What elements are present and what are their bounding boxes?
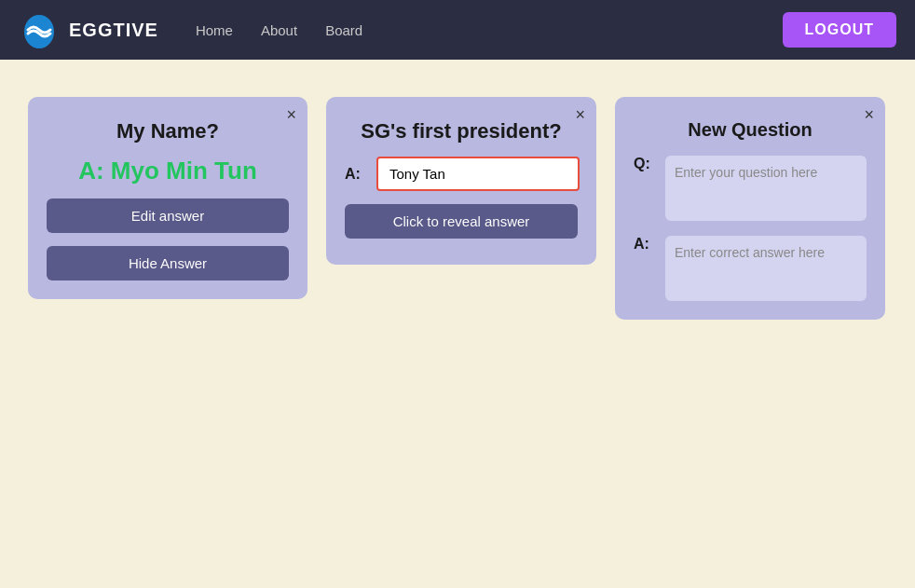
card-new-question: × New Question Q: A: (615, 97, 885, 320)
card-my-name-answer: A: Myo Min Tun (78, 157, 257, 185)
card-my-name-close[interactable]: × (286, 106, 296, 123)
new-question-a-row: A: (634, 236, 867, 301)
new-question-label-q: Q: (634, 156, 656, 172)
card-sg-president: × SG's first president? A: Click to reve… (326, 97, 596, 265)
new-question-label-a: A: (634, 236, 656, 253)
new-answer-input[interactable] (665, 236, 867, 301)
logo-icon (19, 9, 60, 50)
logout-button[interactable]: LOGOUT (783, 12, 896, 48)
card-sg-close[interactable]: × (575, 106, 585, 123)
reveal-answer-button[interactable]: Click to reveal answer (345, 204, 578, 239)
nav-board[interactable]: Board (325, 22, 362, 38)
card-my-name: × My Name? A: Myo Min Tun Edit answer Hi… (28, 97, 307, 299)
nav-about[interactable]: About (261, 22, 297, 38)
card-sg-answer-row: A: (345, 157, 578, 191)
card-sg-label-a: A: (345, 166, 367, 183)
navbar: EGGTIVE Home About Board LOGOUT (0, 0, 915, 60)
edit-answer-button[interactable]: Edit answer (47, 198, 289, 233)
card-new-question-title: New Question (634, 119, 867, 141)
main-content: × My Name? A: Myo Min Tun Edit answer Hi… (0, 60, 915, 357)
nav-home[interactable]: Home (196, 22, 233, 38)
new-question-q-row: Q: (634, 156, 867, 221)
card-new-question-close[interactable]: × (864, 106, 874, 123)
logo-text: EGGTIVE (69, 20, 158, 41)
card-my-name-title: My Name? (116, 119, 219, 144)
hide-answer-button[interactable]: Hide Answer (47, 246, 289, 280)
card-sg-title: SG's first president? (345, 119, 578, 144)
new-question-input[interactable] (665, 156, 867, 221)
logo: EGGTIVE (19, 9, 158, 50)
nav-links: Home About Board (196, 22, 783, 38)
card-sg-answer-input[interactable] (376, 157, 580, 191)
